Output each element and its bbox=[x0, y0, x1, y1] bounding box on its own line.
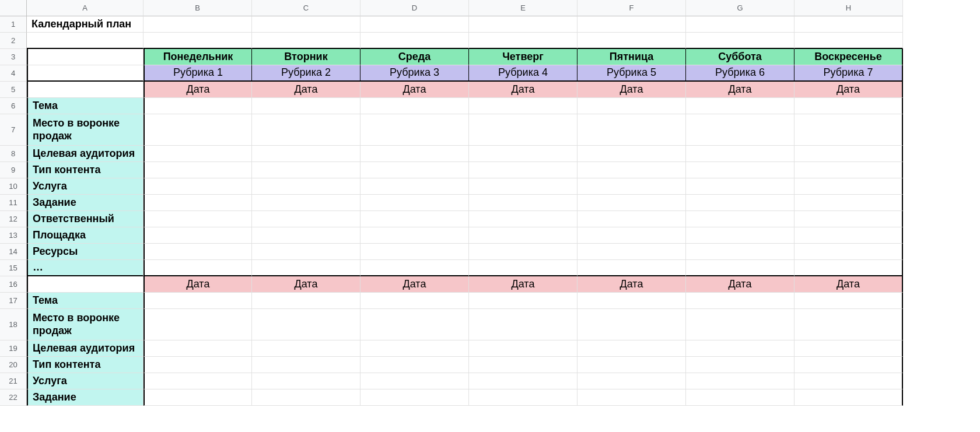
cell-date-b5[interactable]: Дата bbox=[144, 82, 252, 98]
cell-G12[interactable] bbox=[686, 211, 794, 227]
row-header-11[interactable]: 11 bbox=[0, 195, 27, 211]
cell-H22[interactable] bbox=[794, 389, 903, 406]
cell-B14[interactable] bbox=[144, 244, 252, 260]
cell-date-h16[interactable]: Дата bbox=[794, 276, 903, 293]
cell-D9[interactable] bbox=[360, 162, 469, 178]
cell-date-d16[interactable]: Дата bbox=[360, 276, 469, 293]
cell-B9[interactable] bbox=[144, 162, 252, 178]
cell-label-theme[interactable]: Тема bbox=[27, 98, 144, 114]
cell-rubric-5[interactable]: Рубрика 5 bbox=[578, 65, 686, 82]
cell-D13[interactable] bbox=[360, 227, 469, 244]
cell-H13[interactable] bbox=[794, 227, 903, 244]
cell-H15[interactable] bbox=[794, 260, 903, 276]
row-header-19[interactable]: 19 bbox=[0, 340, 27, 357]
cell-rubric-1[interactable]: Рубрика 1 bbox=[144, 65, 252, 82]
cell-F15[interactable] bbox=[578, 260, 686, 276]
cell-label-responsible[interactable]: Ответственный bbox=[27, 211, 144, 227]
cell-G2[interactable] bbox=[686, 33, 794, 49]
cell-H11[interactable] bbox=[794, 195, 903, 211]
cell-E1[interactable] bbox=[469, 16, 578, 33]
cell-label-audience-2[interactable]: Целевая аудитория bbox=[27, 340, 144, 357]
cell-B19[interactable] bbox=[144, 340, 252, 357]
col-header-H[interactable]: H bbox=[794, 0, 903, 16]
cell-G13[interactable] bbox=[686, 227, 794, 244]
row-header-4[interactable]: 4 bbox=[0, 65, 27, 82]
cell-F21[interactable] bbox=[578, 373, 686, 389]
cell-rubric-7[interactable]: Рубрика 7 bbox=[794, 65, 903, 82]
cell-G18[interactable] bbox=[686, 309, 794, 340]
cell-G9[interactable] bbox=[686, 162, 794, 178]
cell-date-c16[interactable]: Дата bbox=[252, 276, 360, 293]
cell-date-b16[interactable]: Дата bbox=[144, 276, 252, 293]
cell-C9[interactable] bbox=[252, 162, 360, 178]
cell-D22[interactable] bbox=[360, 389, 469, 406]
col-header-A[interactable]: A bbox=[27, 0, 144, 16]
row-header-2[interactable]: 2 bbox=[0, 33, 27, 49]
cell-C6[interactable] bbox=[252, 98, 360, 114]
cell-C1[interactable] bbox=[252, 16, 360, 33]
col-header-F[interactable]: F bbox=[578, 0, 686, 16]
cell-A5[interactable] bbox=[27, 82, 144, 98]
cell-A3[interactable] bbox=[27, 49, 144, 65]
row-header-15[interactable]: 15 bbox=[0, 260, 27, 276]
row-header-9[interactable]: 9 bbox=[0, 162, 27, 178]
row-header-10[interactable]: 10 bbox=[0, 178, 27, 195]
cell-C22[interactable] bbox=[252, 389, 360, 406]
cell-day-thu[interactable]: Четверг bbox=[469, 49, 578, 65]
cell-E20[interactable] bbox=[469, 357, 578, 373]
cell-B13[interactable] bbox=[144, 227, 252, 244]
cell-day-wed[interactable]: Среда bbox=[360, 49, 469, 65]
cell-label-content-type-2[interactable]: Тип контента bbox=[27, 357, 144, 373]
cell-C14[interactable] bbox=[252, 244, 360, 260]
cell-E7[interactable] bbox=[469, 114, 578, 146]
cell-label-task-2[interactable]: Задание bbox=[27, 389, 144, 406]
row-header-18[interactable]: 18 bbox=[0, 309, 27, 340]
cell-E18[interactable] bbox=[469, 309, 578, 340]
cell-D10[interactable] bbox=[360, 178, 469, 195]
col-header-E[interactable]: E bbox=[469, 0, 578, 16]
row-header-5[interactable]: 5 bbox=[0, 82, 27, 98]
cell-rubric-6[interactable]: Рубрика 6 bbox=[686, 65, 794, 82]
cell-label-service-2[interactable]: Услуга bbox=[27, 373, 144, 389]
cell-H19[interactable] bbox=[794, 340, 903, 357]
cell-C18[interactable] bbox=[252, 309, 360, 340]
cell-label-audience[interactable]: Целевая аудитория bbox=[27, 146, 144, 162]
row-header-1[interactable]: 1 bbox=[0, 16, 27, 33]
cell-H18[interactable] bbox=[794, 309, 903, 340]
cell-E19[interactable] bbox=[469, 340, 578, 357]
cell-B8[interactable] bbox=[144, 146, 252, 162]
cell-label-service[interactable]: Услуга bbox=[27, 178, 144, 195]
cell-D15[interactable] bbox=[360, 260, 469, 276]
cell-date-e5[interactable]: Дата bbox=[469, 82, 578, 98]
row-header-12[interactable]: 12 bbox=[0, 211, 27, 227]
cell-H14[interactable] bbox=[794, 244, 903, 260]
cell-E11[interactable] bbox=[469, 195, 578, 211]
cell-day-sun[interactable]: Воскресенье bbox=[794, 49, 903, 65]
cell-E17[interactable] bbox=[469, 293, 578, 309]
cell-D6[interactable] bbox=[360, 98, 469, 114]
cell-B21[interactable] bbox=[144, 373, 252, 389]
cell-label-platform[interactable]: Площадка bbox=[27, 227, 144, 244]
cell-E8[interactable] bbox=[469, 146, 578, 162]
cell-D20[interactable] bbox=[360, 357, 469, 373]
cell-date-f16[interactable]: Дата bbox=[578, 276, 686, 293]
cell-D12[interactable] bbox=[360, 211, 469, 227]
cell-F1[interactable] bbox=[578, 16, 686, 33]
cell-G1[interactable] bbox=[686, 16, 794, 33]
cell-D17[interactable] bbox=[360, 293, 469, 309]
col-header-D[interactable]: D bbox=[360, 0, 469, 16]
cell-C13[interactable] bbox=[252, 227, 360, 244]
cell-E10[interactable] bbox=[469, 178, 578, 195]
row-header-17[interactable]: 17 bbox=[0, 293, 27, 309]
cell-F2[interactable] bbox=[578, 33, 686, 49]
cell-F12[interactable] bbox=[578, 211, 686, 227]
row-header-22[interactable]: 22 bbox=[0, 389, 27, 406]
col-header-C[interactable]: C bbox=[252, 0, 360, 16]
row-header-20[interactable]: 20 bbox=[0, 357, 27, 373]
cell-F7[interactable] bbox=[578, 114, 686, 146]
row-header-6[interactable]: 6 bbox=[0, 98, 27, 114]
cell-F20[interactable] bbox=[578, 357, 686, 373]
cell-C20[interactable] bbox=[252, 357, 360, 373]
cell-G17[interactable] bbox=[686, 293, 794, 309]
cell-D11[interactable] bbox=[360, 195, 469, 211]
